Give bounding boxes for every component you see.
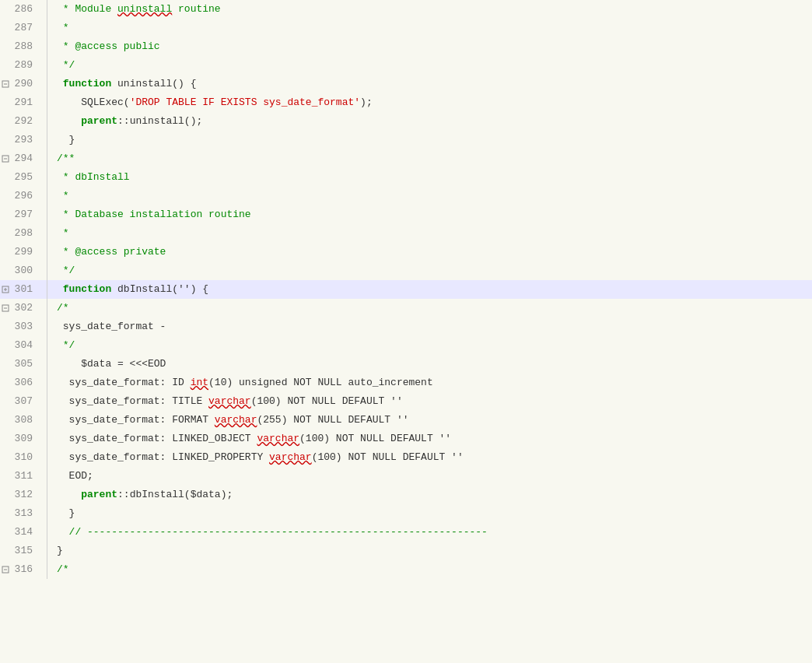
fold-button [0, 489, 11, 500]
fold-button [0, 41, 11, 52]
line-number: 298 [11, 224, 39, 243]
line-separator [47, 542, 47, 560]
code-row: 288 * @access public [0, 37, 812, 56]
line-content: sys_date_format - [54, 317, 812, 336]
line-gutter: 302 [0, 299, 47, 317]
code-token: } [57, 545, 63, 556]
line-content: parent::uninstall(); [54, 112, 812, 131]
line-separator [47, 75, 47, 93]
code-row: 293 } [0, 131, 812, 149]
line-gutter: 287 [0, 19, 47, 37]
line-number: 293 [11, 131, 39, 149]
line-gutter: 293 [0, 131, 47, 149]
line-gutter: 301 [0, 280, 47, 299]
code-token: sys_date_format: LINKED_OBJECT [57, 433, 257, 444]
fold-button[interactable] [0, 79, 11, 89]
line-gutter: 291 [0, 93, 47, 112]
line-number: 306 [11, 374, 39, 392]
code-token: */ [57, 265, 75, 276]
fold-button [0, 433, 11, 444]
fold-button [0, 209, 11, 220]
code-token: parent [81, 489, 117, 500]
code-token: * [57, 190, 69, 202]
line-separator [47, 486, 47, 504]
line-gutter: 290 [0, 75, 47, 93]
fold-button[interactable] [0, 564, 11, 575]
line-separator [47, 112, 47, 131]
code-row: 304 */ [0, 336, 812, 355]
line-gutter: 312 [0, 486, 47, 504]
code-token: int [191, 377, 208, 388]
fold-button[interactable] [0, 303, 11, 314]
line-number: 303 [11, 317, 39, 336]
code-token: * @access public [57, 40, 160, 52]
line-gutter: 315 [0, 542, 47, 560]
line-number: 313 [11, 504, 39, 523]
line-content: */ [54, 336, 812, 355]
line-number: 290 [11, 75, 39, 93]
code-token: // -------------------------------------… [57, 526, 488, 538]
line-number: 302 [11, 299, 39, 317]
line-gutter: 311 [0, 467, 47, 486]
line-separator [47, 317, 47, 336]
fold-button [0, 377, 11, 388]
fold-button [0, 247, 11, 258]
code-token: (10) unsigned NOT NULL auto_increment [208, 377, 433, 388]
line-separator [47, 523, 47, 542]
fold-button[interactable] [0, 284, 11, 295]
code-row: 296 * [0, 187, 812, 205]
line-separator [47, 187, 47, 205]
code-token: sys_date_format: FORMAT [57, 414, 215, 426]
line-content: * [54, 19, 812, 37]
code-token: varchar [257, 433, 299, 444]
line-separator [47, 355, 47, 374]
fold-button [0, 321, 11, 332]
line-number: 292 [11, 112, 39, 131]
fold-button [0, 359, 11, 370]
line-number: 289 [11, 56, 39, 75]
line-separator [47, 299, 47, 317]
code-row: 291 SQLExec('DROP TABLE IF EXISTS sys_da… [0, 93, 812, 112]
code-token: * Database installation routine [57, 209, 251, 220]
line-separator [47, 411, 47, 430]
line-separator [47, 374, 47, 392]
line-number: 310 [11, 448, 39, 467]
code-token: function [63, 283, 111, 295]
line-gutter: 289 [0, 56, 47, 75]
line-number: 308 [11, 411, 39, 430]
line-separator [47, 93, 47, 112]
line-number: 301 [11, 280, 39, 299]
line-number: 288 [11, 37, 39, 56]
fold-button [0, 471, 11, 482]
line-gutter: 296 [0, 187, 47, 205]
code-token: * [57, 22, 69, 33]
line-separator [47, 560, 47, 579]
code-token: varchar [208, 395, 251, 407]
code-row: 292 parent::uninstall(); [0, 112, 812, 131]
line-number: 309 [11, 430, 39, 448]
code-token: /* [57, 563, 69, 575]
code-row: 289 */ [0, 56, 812, 75]
code-token: $data = <<<EOD [57, 358, 166, 370]
fold-button [0, 415, 11, 426]
code-row: 290 function uninstall() { [0, 75, 812, 93]
code-row: 297 * Database installation routine [0, 205, 812, 224]
fold-button [0, 116, 11, 127]
line-content: * @access public [54, 37, 812, 56]
fold-button[interactable] [0, 153, 11, 164]
line-gutter: 313 [0, 504, 47, 523]
line-separator [47, 243, 47, 261]
line-content: * [54, 224, 812, 243]
code-token: parent [81, 115, 117, 127]
line-gutter: 303 [0, 317, 47, 336]
line-content: * Module uninstall routine [54, 0, 812, 19]
line-separator [47, 224, 47, 243]
fold-button [0, 396, 11, 407]
code-row: 301 function dbInstall('') { [0, 280, 812, 299]
fold-button [0, 452, 11, 463]
line-content: /* [54, 299, 812, 317]
line-gutter: 310 [0, 448, 47, 467]
line-gutter: 299 [0, 243, 47, 261]
line-content: * @access private [54, 243, 812, 261]
code-token: sys_date_format: ID [57, 377, 191, 388]
